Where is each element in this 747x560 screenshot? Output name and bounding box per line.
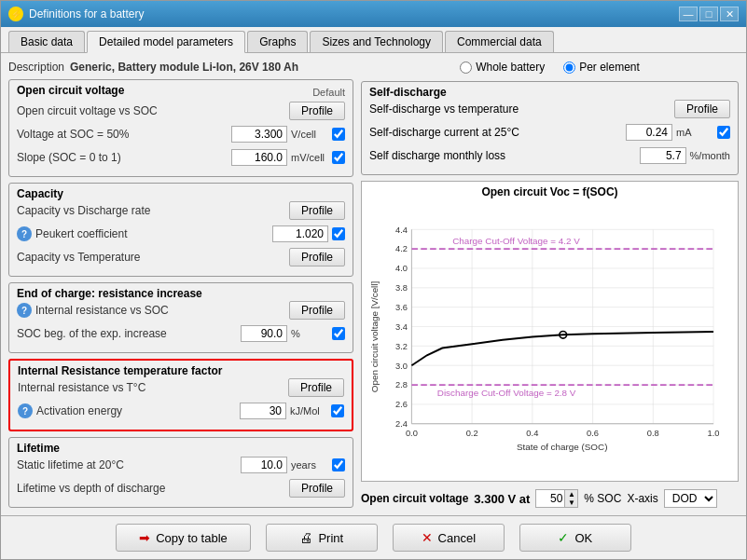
svg-text:2.8: 2.8	[395, 380, 408, 389]
soc-value-input[interactable]	[536, 491, 564, 506]
cap-input-1[interactable]	[272, 225, 328, 242]
cap-right-2: Profile	[289, 248, 345, 266]
spin-up-button[interactable]: ▲	[564, 490, 577, 499]
main-content: Description Generic, Battery module Li-I…	[1, 53, 746, 515]
cancel-label: Cancel	[438, 531, 476, 545]
sd-profile-btn-0[interactable]: Profile	[674, 100, 730, 118]
ir-label-0: Internal resistance vs T°C	[18, 381, 288, 394]
cap-label-0: Capacity vs Discharge rate	[17, 204, 289, 217]
ocv-right-2: mV/cell	[231, 149, 345, 166]
svg-text:2.6: 2.6	[395, 400, 408, 409]
ok-button[interactable]: ✓ OK	[519, 524, 631, 552]
ir-right-0: Profile	[288, 378, 344, 397]
svg-text:Open circuit voltage [V/cell]: Open circuit voltage [V/cell]	[369, 281, 380, 393]
lt-row-0: Static lifetime at 20°C years	[17, 455, 345, 475]
minimize-button[interactable]: —	[679, 7, 698, 21]
sd-right-2: %/month	[640, 147, 730, 164]
ok-icon: ✓	[558, 530, 569, 545]
tabs-bar: Basic data Detailed model parameters Gra…	[1, 27, 746, 53]
whole-battery-radio-input[interactable]	[460, 61, 472, 74]
cap-profile-btn-0[interactable]: Profile	[289, 201, 345, 220]
ir-title: Internal Resistance temperature factor	[18, 364, 222, 377]
spin-down-button[interactable]: ▼	[564, 499, 577, 507]
sd-unit-2: %/month	[690, 150, 730, 161]
right-panel: Whole battery Per element Self-discharge…	[361, 61, 739, 508]
ocv-input-1[interactable]	[231, 126, 287, 143]
ocv-profile-btn-0[interactable]: Profile	[289, 102, 345, 120]
lifetime-title: Lifetime	[17, 442, 60, 455]
sd-row-0: Self-discharge vs temperature Profile	[369, 99, 730, 119]
svg-text:0.4: 0.4	[526, 429, 538, 438]
close-button[interactable]: ✕	[720, 7, 739, 21]
sd-right-1: mA	[626, 124, 730, 141]
maximize-button[interactable]: □	[699, 7, 718, 21]
chart-title: Open circuit Voc = f(SOC)	[366, 185, 734, 198]
cap-help-btn-1[interactable]: ?	[17, 226, 32, 241]
eoc-profile-btn-0[interactable]: Profile	[289, 301, 345, 320]
cap-profile-btn-2[interactable]: Profile	[289, 248, 345, 266]
tab-graphs[interactable]: Graphs	[247, 31, 308, 52]
xaxis-select[interactable]: DOD SOC	[664, 489, 717, 508]
cap-label-1: Peukert coefficient	[35, 227, 272, 240]
cancel-button[interactable]: ✕ Cancel	[393, 524, 505, 552]
svg-text:0.2: 0.2	[466, 429, 478, 438]
ir-row-0: Internal resistance vs T°C Profile	[18, 377, 344, 398]
eoc-check-1[interactable]	[332, 327, 345, 340]
svg-text:State of charge (SOC): State of charge (SOC)	[517, 442, 608, 452]
per-element-radio: Per element	[563, 61, 640, 74]
voc-row: Open circuit voltage 3.300 V at ▲ ▼ % SO…	[361, 489, 739, 508]
per-element-radio-input[interactable]	[563, 61, 575, 74]
ocv-right-1: V/cell	[231, 126, 345, 143]
svg-text:3.4: 3.4	[395, 322, 408, 332]
capacity-title: Capacity	[17, 187, 63, 200]
ocv-label-1: Voltage at SOC = 50%	[17, 128, 231, 141]
copy-table-button[interactable]: ➡ Copy to table	[116, 524, 251, 552]
ocv-row-0: Open circuit voltage vs SOC Profile	[17, 101, 345, 121]
spin-arrows: ▲ ▼	[564, 490, 577, 507]
cap-row-0: Capacity vs Discharge rate Profile	[17, 200, 345, 221]
ocv-label-0: Open circuit voltage vs SOC	[17, 104, 289, 117]
sd-input-2[interactable]	[640, 147, 686, 164]
ocv-check-1[interactable]	[332, 128, 345, 141]
ocv-input-2[interactable]	[231, 149, 287, 166]
lt-profile-btn-1[interactable]: Profile	[289, 479, 345, 498]
voc-label: Open circuit voltage	[361, 492, 468, 505]
ir-profile-btn-0[interactable]: Profile	[288, 378, 344, 397]
ir-input-1[interactable]	[240, 403, 286, 419]
ocv-check-2[interactable]	[332, 151, 345, 164]
whole-battery-radio: Whole battery	[460, 61, 545, 74]
cap-label-2: Capacity vs Temperature	[17, 251, 289, 264]
soc-spinbox[interactable]: ▲ ▼	[535, 489, 578, 508]
default-label: Default	[312, 87, 345, 98]
description-row: Description Generic, Battery module Li-I…	[8, 61, 353, 74]
svg-text:0.0: 0.0	[406, 429, 418, 438]
sd-row-2: Self discharge monthly loss %/month	[369, 145, 730, 166]
eoc-help-btn-0[interactable]: ?	[17, 303, 32, 318]
tab-commercial[interactable]: Commercial data	[445, 31, 554, 52]
cap-right-1	[272, 225, 345, 242]
sd-label-0: Self-discharge vs temperature	[369, 102, 674, 116]
cap-check-1[interactable]	[332, 227, 345, 240]
lt-input-0[interactable]	[241, 457, 287, 473]
voc-value: 3.300 V at	[474, 492, 530, 506]
main-window: ⚡ Definitions for a battery — □ ✕ Basic …	[0, 0, 747, 560]
cap-row-1: ? Peukert coefficient	[17, 224, 345, 244]
eoc-input-1[interactable]	[241, 325, 287, 342]
lt-check-0[interactable]	[332, 458, 345, 471]
chart-container: Open circuit Voc = f(SOC) Open circuit v…	[361, 181, 739, 482]
svg-text:4.0: 4.0	[395, 264, 408, 273]
tab-sizes[interactable]: Sizes and Technology	[310, 31, 443, 52]
sd-check-1[interactable]	[717, 126, 730, 139]
sd-row-1: Self-discharge current at 25°C mA	[369, 122, 730, 143]
tab-detailed-model[interactable]: Detailed model parameters	[87, 31, 245, 53]
open-circuit-section: Open circuit voltage Default Open circui…	[8, 79, 353, 177]
ocv-unit-2: mV/cell	[291, 152, 328, 163]
ir-check-1[interactable]	[331, 404, 344, 417]
sd-input-1[interactable]	[626, 124, 672, 141]
ocv-label-2: Slope (SOC = 0 to 1)	[17, 151, 231, 164]
ir-help-btn-1[interactable]: ?	[18, 403, 33, 418]
print-button[interactable]: 🖨 Print	[266, 524, 378, 552]
eoc-title: End of charge: resistance increase	[17, 287, 202, 300]
window-icon: ⚡	[8, 7, 23, 21]
tab-basic-data[interactable]: Basic data	[8, 31, 85, 52]
